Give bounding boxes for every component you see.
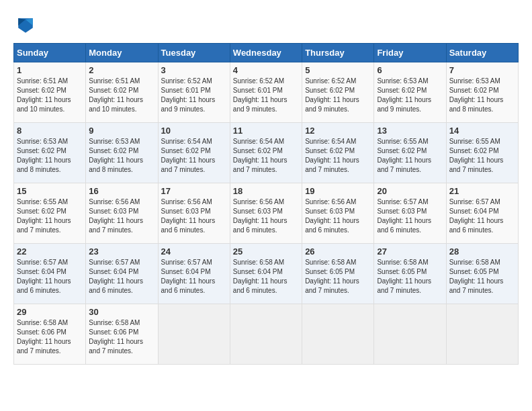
calendar-cell: 20 Sunrise: 6:57 AMSunset: 6:03 PMDaylig… — [374, 183, 446, 244]
day-number: 24 — [161, 246, 227, 257]
weekday-header-thursday: Thursday — [302, 44, 374, 62]
day-info: Sunrise: 6:52 AMSunset: 6:01 PMDaylight:… — [233, 77, 287, 113]
day-info: Sunrise: 6:56 AMSunset: 6:03 PMDaylight:… — [233, 198, 287, 234]
calendar-cell: 19 Sunrise: 6:56 AMSunset: 6:03 PMDaylig… — [302, 183, 374, 244]
weekday-header-friday: Friday — [374, 44, 446, 62]
day-info: Sunrise: 6:58 AMSunset: 6:06 PMDaylight:… — [89, 319, 143, 355]
day-number: 14 — [449, 126, 515, 136]
logo-icon — [13, 13, 38, 38]
calendar-cell: 13 Sunrise: 6:55 AMSunset: 6:02 PMDaylig… — [374, 123, 446, 183]
day-number: 17 — [161, 186, 227, 196]
calendar-cell: 12 Sunrise: 6:54 AMSunset: 6:02 PMDaylig… — [302, 123, 374, 183]
calendar-header-row: SundayMondayTuesdayWednesdayThursdayFrid… — [14, 44, 519, 62]
calendar-cell: 4 Sunrise: 6:52 AMSunset: 6:01 PMDayligh… — [230, 62, 302, 123]
calendar-cell: 25 Sunrise: 6:58 AMSunset: 6:04 PMDaylig… — [230, 244, 302, 304]
day-number: 11 — [233, 126, 299, 136]
weekday-header-monday: Monday — [86, 44, 158, 62]
calendar-week-1: 1 Sunrise: 6:51 AMSunset: 6:02 PMDayligh… — [14, 62, 519, 123]
day-info: Sunrise: 6:58 AMSunset: 6:06 PMDaylight:… — [17, 319, 71, 355]
weekday-header-sunday: Sunday — [14, 44, 86, 62]
day-number: 16 — [89, 186, 154, 196]
day-info: Sunrise: 6:52 AMSunset: 6:01 PMDaylight:… — [161, 77, 216, 113]
calendar-cell: 5 Sunrise: 6:52 AMSunset: 6:02 PMDayligh… — [302, 62, 374, 123]
calendar-cell: 1 Sunrise: 6:51 AMSunset: 6:02 PMDayligh… — [14, 62, 86, 123]
day-number: 3 — [161, 65, 227, 75]
day-number: 21 — [449, 186, 515, 196]
calendar-cell — [302, 304, 374, 365]
day-info: Sunrise: 6:51 AMSunset: 6:02 PMDaylight:… — [17, 77, 71, 113]
day-info: Sunrise: 6:57 AMSunset: 6:04 PMDaylight:… — [17, 259, 71, 294]
day-info: Sunrise: 6:54 AMSunset: 6:02 PMDaylight:… — [161, 138, 216, 173]
calendar-cell: 8 Sunrise: 6:53 AMSunset: 6:02 PMDayligh… — [14, 123, 86, 183]
day-info: Sunrise: 6:57 AMSunset: 6:04 PMDaylight:… — [89, 259, 143, 294]
calendar-cell — [158, 304, 230, 365]
calendar-cell: 27 Sunrise: 6:58 AMSunset: 6:05 PMDaylig… — [374, 244, 446, 304]
calendar-cell: 21 Sunrise: 6:57 AMSunset: 6:04 PMDaylig… — [446, 183, 518, 244]
day-info: Sunrise: 6:52 AMSunset: 6:02 PMDaylight:… — [305, 77, 359, 113]
calendar-cell: 26 Sunrise: 6:58 AMSunset: 6:05 PMDaylig… — [302, 244, 374, 304]
day-info: Sunrise: 6:53 AMSunset: 6:02 PMDaylight:… — [17, 138, 71, 173]
day-number: 12 — [305, 126, 371, 136]
day-number: 1 — [17, 65, 83, 75]
day-info: Sunrise: 6:58 AMSunset: 6:05 PMDaylight:… — [305, 259, 359, 294]
day-number: 6 — [377, 65, 443, 75]
day-number: 18 — [233, 186, 299, 196]
calendar-cell: 22 Sunrise: 6:57 AMSunset: 6:04 PMDaylig… — [14, 244, 86, 304]
day-info: Sunrise: 6:55 AMSunset: 6:02 PMDaylight:… — [17, 198, 71, 234]
day-number: 4 — [233, 65, 299, 75]
day-info: Sunrise: 6:56 AMSunset: 6:03 PMDaylight:… — [89, 198, 143, 234]
day-number: 13 — [377, 126, 443, 136]
day-info: Sunrise: 6:54 AMSunset: 6:02 PMDaylight:… — [305, 138, 359, 173]
day-info: Sunrise: 6:54 AMSunset: 6:02 PMDaylight:… — [233, 138, 287, 173]
day-number: 29 — [17, 307, 83, 317]
calendar-table: SundayMondayTuesdayWednesdayThursdayFrid… — [13, 43, 519, 365]
day-info: Sunrise: 6:53 AMSunset: 6:02 PMDaylight:… — [377, 77, 431, 113]
day-info: Sunrise: 6:51 AMSunset: 6:02 PMDaylight:… — [89, 77, 143, 113]
calendar-cell: 6 Sunrise: 6:53 AMSunset: 6:02 PMDayligh… — [374, 62, 446, 123]
calendar-cell: 7 Sunrise: 6:53 AMSunset: 6:02 PMDayligh… — [446, 62, 518, 123]
calendar-cell: 23 Sunrise: 6:57 AMSunset: 6:04 PMDaylig… — [86, 244, 158, 304]
weekday-header-wednesday: Wednesday — [230, 44, 302, 62]
calendar-cell: 18 Sunrise: 6:56 AMSunset: 6:03 PMDaylig… — [230, 183, 302, 244]
day-info: Sunrise: 6:58 AMSunset: 6:05 PMDaylight:… — [377, 259, 431, 294]
day-number: 19 — [305, 186, 371, 196]
calendar-cell: 17 Sunrise: 6:56 AMSunset: 6:03 PMDaylig… — [158, 183, 230, 244]
calendar-week-5: 29 Sunrise: 6:58 AMSunset: 6:06 PMDaylig… — [14, 304, 519, 365]
day-number: 20 — [377, 186, 443, 196]
day-number: 8 — [17, 126, 83, 136]
calendar-week-2: 8 Sunrise: 6:53 AMSunset: 6:02 PMDayligh… — [14, 123, 519, 183]
calendar-cell: 24 Sunrise: 6:57 AMSunset: 6:04 PMDaylig… — [158, 244, 230, 304]
day-number: 22 — [17, 246, 83, 257]
day-info: Sunrise: 6:55 AMSunset: 6:02 PMDaylight:… — [377, 138, 431, 173]
logo — [13, 13, 42, 38]
day-number: 27 — [377, 246, 443, 257]
calendar-cell: 3 Sunrise: 6:52 AMSunset: 6:01 PMDayligh… — [158, 62, 230, 123]
day-info: Sunrise: 6:56 AMSunset: 6:03 PMDaylight:… — [305, 198, 359, 234]
day-number: 23 — [89, 246, 154, 257]
calendar-cell: 9 Sunrise: 6:53 AMSunset: 6:02 PMDayligh… — [86, 123, 158, 183]
weekday-header-saturday: Saturday — [446, 44, 518, 62]
day-info: Sunrise: 6:58 AMSunset: 6:04 PMDaylight:… — [233, 259, 287, 294]
day-number: 25 — [233, 246, 299, 257]
day-info: Sunrise: 6:58 AMSunset: 6:05 PMDaylight:… — [449, 259, 504, 294]
calendar-cell: 28 Sunrise: 6:58 AMSunset: 6:05 PMDaylig… — [446, 244, 518, 304]
day-info: Sunrise: 6:55 AMSunset: 6:02 PMDaylight:… — [449, 138, 504, 173]
calendar-cell — [374, 304, 446, 365]
calendar-cell: 15 Sunrise: 6:55 AMSunset: 6:02 PMDaylig… — [14, 183, 86, 244]
calendar-cell: 11 Sunrise: 6:54 AMSunset: 6:02 PMDaylig… — [230, 123, 302, 183]
day-number: 7 — [449, 65, 515, 75]
calendar-cell: 29 Sunrise: 6:58 AMSunset: 6:06 PMDaylig… — [14, 304, 86, 365]
day-info: Sunrise: 6:57 AMSunset: 6:04 PMDaylight:… — [161, 259, 216, 294]
calendar-cell — [446, 304, 518, 365]
calendar-cell — [230, 304, 302, 365]
page-header — [13, 13, 519, 38]
calendar-cell: 16 Sunrise: 6:56 AMSunset: 6:03 PMDaylig… — [86, 183, 158, 244]
day-info: Sunrise: 6:53 AMSunset: 6:02 PMDaylight:… — [449, 77, 504, 113]
day-number: 2 — [89, 65, 154, 75]
day-number: 9 — [89, 126, 154, 136]
day-number: 30 — [89, 307, 154, 317]
day-number: 15 — [17, 186, 83, 196]
day-info: Sunrise: 6:53 AMSunset: 6:02 PMDaylight:… — [89, 138, 143, 173]
day-number: 28 — [449, 246, 515, 257]
calendar-week-3: 15 Sunrise: 6:55 AMSunset: 6:02 PMDaylig… — [14, 183, 519, 244]
